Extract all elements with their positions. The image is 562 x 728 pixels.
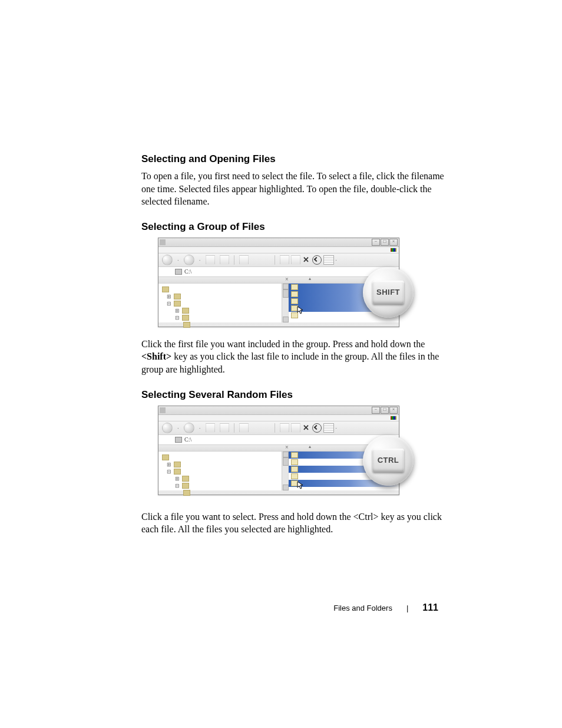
- explorer-toolbar: · · ✕ ·: [158, 421, 399, 435]
- copy-icon[interactable]: [280, 255, 289, 265]
- folders-icon[interactable]: [239, 423, 249, 433]
- search-icon[interactable]: [220, 423, 229, 433]
- up-folder-icon[interactable]: [206, 255, 215, 265]
- cursor-icon: [297, 306, 304, 314]
- folder-icon: [183, 490, 190, 496]
- page-footer: Files and Folders | 111: [0, 602, 562, 613]
- folder-icon: [291, 291, 298, 297]
- forward-button-icon[interactable]: [184, 423, 194, 433]
- views-icon[interactable]: [323, 255, 334, 265]
- paragraph-opening-files: To open a file, you first need to select…: [141, 170, 444, 208]
- text-span: Click the first file you want included i…: [141, 339, 425, 349]
- minimize-icon[interactable]: −: [372, 407, 380, 414]
- address-text: C:\: [184, 436, 191, 443]
- ctrl-key-label: CTRL: [372, 449, 404, 472]
- folder-icon: [291, 284, 298, 290]
- shift-key-callout: SHIFT: [363, 267, 414, 318]
- explorer-menubar: [158, 247, 399, 253]
- move-icon[interactable]: [291, 255, 300, 265]
- drive-tree-icon: [174, 469, 181, 475]
- undo-icon[interactable]: [312, 255, 322, 265]
- mycomputer-icon: [174, 462, 181, 467]
- explorer-window: − □ × · · ✕: [158, 238, 399, 327]
- shift-key-text: <Shift>: [141, 351, 171, 361]
- window-controls: − □ ×: [372, 407, 398, 414]
- drive-tree-icon: [174, 301, 181, 307]
- cursor-icon: [297, 481, 304, 489]
- window-icon: [160, 239, 166, 245]
- maximize-icon[interactable]: □: [381, 407, 389, 414]
- folder-icon: [182, 315, 189, 321]
- figure-shift-selection: − □ × · · ✕: [158, 238, 405, 332]
- figure-ctrl-selection: − □ × · · ✕: [158, 406, 405, 500]
- document-page: Selecting and Opening Files To open a fi…: [0, 0, 562, 728]
- toolbar-action-group: ✕ ·: [280, 423, 337, 433]
- explorer-titlebar: − □ ×: [158, 238, 399, 247]
- text-span: key as you click the last file to includ…: [141, 351, 439, 374]
- drive-icon: [175, 269, 182, 275]
- desktop-icon: [162, 454, 169, 460]
- window-icon: [160, 407, 166, 413]
- window-controls: − □ ×: [372, 239, 398, 246]
- folder-icon: [182, 483, 189, 489]
- mycomputer-icon: [174, 294, 181, 299]
- drive-icon: [175, 437, 182, 443]
- delete-icon[interactable]: ✕: [302, 255, 310, 265]
- forward-button-icon[interactable]: [184, 255, 194, 265]
- copy-icon[interactable]: [280, 423, 289, 433]
- paragraph-ctrl-select: Click a file you want to select. Press a…: [141, 510, 444, 536]
- tree-scrollbar[interactable]: [282, 284, 288, 322]
- address-text: C:\: [184, 268, 191, 275]
- explorer-splitter: [158, 277, 399, 284]
- footer-page-number: 111: [422, 602, 438, 613]
- explorer-window: − □ × · · ✕: [158, 406, 399, 495]
- undo-icon[interactable]: [312, 423, 322, 433]
- up-folder-icon[interactable]: [206, 423, 215, 433]
- views-icon[interactable]: [323, 423, 334, 433]
- footer-divider: |: [406, 604, 408, 612]
- folder-icon: [183, 322, 190, 328]
- explorer-toolbar: · · ✕ ·: [158, 253, 399, 267]
- tree-scrollbar[interactable]: [282, 452, 288, 490]
- back-button-icon[interactable]: [162, 423, 173, 433]
- toolbar-action-group: ✕ ·: [280, 255, 337, 265]
- explorer-addressbar[interactable]: C:\: [158, 435, 399, 445]
- search-icon[interactable]: [220, 255, 229, 265]
- heading-selecting-opening: Selecting and Opening Files: [141, 153, 444, 165]
- desktop-icon: [162, 286, 169, 292]
- folder-icon: [182, 476, 189, 482]
- move-icon[interactable]: [291, 423, 300, 433]
- folder-icon: [291, 459, 298, 465]
- folder-icon: [291, 298, 298, 304]
- maximize-icon[interactable]: □: [381, 239, 389, 246]
- ctrl-key-callout: CTRL: [363, 435, 414, 486]
- heading-selecting-group: Selecting a Group of Files: [141, 221, 444, 233]
- explorer-titlebar: − □ ×: [158, 406, 399, 415]
- footer-section-title: Files and Folders: [333, 604, 392, 612]
- folder-tree[interactable]: ⊞ ⊟ ⊞ ⊟: [158, 452, 289, 490]
- explorer-menubar: [158, 415, 399, 421]
- folder-icon: [291, 466, 298, 472]
- delete-icon[interactable]: ✕: [302, 423, 310, 433]
- close-icon[interactable]: ×: [389, 239, 398, 246]
- folder-icon: [182, 308, 189, 314]
- close-icon[interactable]: ×: [389, 407, 398, 414]
- folder-tree[interactable]: ⊞ ⊟ ⊞ ⊟: [158, 284, 289, 322]
- explorer-addressbar[interactable]: C:\: [158, 267, 399, 277]
- folder-icon: [291, 473, 298, 479]
- folder-icon: [291, 452, 298, 458]
- heading-selecting-random: Selecting Several Random Files: [141, 389, 444, 401]
- paragraph-shift-select: Click the first file you want included i…: [141, 338, 444, 376]
- minimize-icon[interactable]: −: [372, 239, 380, 246]
- shift-key-label: SHIFT: [372, 281, 404, 304]
- folders-icon[interactable]: [239, 255, 249, 265]
- explorer-splitter: [158, 445, 399, 452]
- back-button-icon[interactable]: [162, 255, 173, 265]
